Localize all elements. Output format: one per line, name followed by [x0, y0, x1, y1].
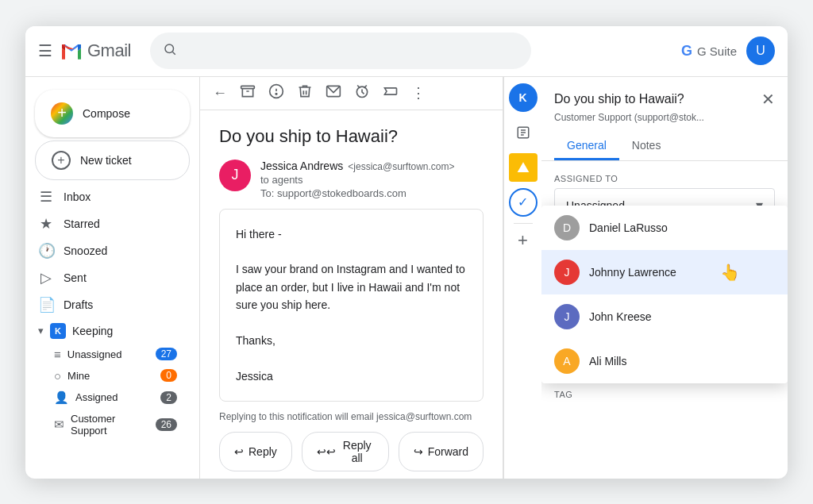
sidebar-item-inbox[interactable]: ☰ Inbox [25, 183, 187, 210]
sidebar-item-unassigned[interactable]: ≡ Unassigned 27 [25, 344, 187, 365]
compose-plus-icon: + [51, 102, 73, 125]
forward-icon: ↪ [414, 445, 423, 458]
tab-general[interactable]: General [554, 133, 619, 160]
sender-info: Jessica Andrews <jessica@surftown.com> t… [260, 160, 484, 199]
compose-label: Compose [83, 107, 130, 120]
agent-item-ali[interactable]: A Ali Mills [541, 339, 788, 383]
mini-keeping-icon[interactable]: K [509, 83, 538, 112]
search-bar[interactable] [150, 33, 531, 69]
reply-label: Reply [249, 445, 277, 458]
sidebar-item-starred[interactable]: ★ Starred [25, 210, 187, 237]
reply-notice: Replying to this notification will email… [219, 411, 484, 422]
reply-icon: ↩ [234, 445, 244, 458]
back-icon[interactable]: ← [213, 85, 227, 102]
panel-close-button[interactable]: ✕ [761, 90, 775, 109]
sidebar-item-assigned[interactable]: 👤 Assigned 2 [25, 387, 187, 409]
panel-subtitle: Customer Support (support@stok... [554, 112, 775, 123]
mini-check-icon[interactable]: ✓ [509, 188, 538, 217]
sidebar-item-snoozed[interactable]: 🕐 Snoozed [25, 237, 187, 264]
new-ticket-icon: + [52, 151, 71, 170]
drafts-label: Drafts [64, 298, 177, 311]
main-content: + Compose + New ticket ☰ Inbox ★ Starred… [25, 77, 788, 479]
agent-avatar-kreese: J [554, 304, 580, 329]
sidebar-item-mine[interactable]: ○ Mine 0 [25, 365, 187, 387]
assigned-badge: 2 [160, 391, 177, 404]
reply-all-label: Reply all [341, 439, 374, 464]
agent-avatar-ali: A [554, 348, 580, 374]
inbox-label: Inbox [64, 190, 177, 203]
svg-line-2 [172, 52, 175, 54]
keeping-section[interactable]: ▾ K Keeping [25, 318, 199, 344]
sidebar-item-drafts[interactable]: 📄 Drafts [25, 291, 187, 318]
svg-point-10 [522, 169, 523, 170]
action-buttons: ↩ Reply ↩↩ Reply all ↪ Forward [219, 432, 484, 471]
reply-all-button[interactable]: ↩↩ Reply all [302, 432, 389, 471]
star-icon: ★ [38, 215, 54, 233]
svg-point-6 [275, 93, 277, 94]
mine-badge: 0 [160, 369, 177, 382]
mark-unread-icon[interactable] [326, 83, 341, 103]
trash-icon[interactable] [297, 83, 313, 103]
starred-label: Starred [64, 217, 177, 230]
label-icon[interactable] [383, 83, 399, 103]
archive-icon[interactable] [240, 83, 256, 103]
svg-rect-3 [241, 86, 255, 88]
sender-name: Jessica Andrews [260, 160, 343, 172]
sidebar-item-sent[interactable]: ▷ Sent [25, 264, 187, 291]
panel-title: Do you ship to Hawaii? [554, 92, 684, 106]
compose-button[interactable]: + Compose [35, 90, 190, 137]
user-avatar[interactable]: U [746, 37, 775, 65]
gmail-m-icon [59, 38, 84, 63]
mini-alert-icon[interactable] [509, 153, 538, 182]
email-thanks: Thanks, [236, 332, 467, 349]
new-ticket-button[interactable]: + New ticket [35, 140, 190, 180]
assigned-icon: 👤 [54, 391, 69, 405]
assigned-label: Assigned [75, 391, 154, 403]
panel-header: Do you ship to Hawaii? ✕ Customer Suppor… [541, 77, 788, 161]
sent-label: Sent [64, 271, 177, 284]
email-content: Hi there - I saw your brand on Instagram… [219, 209, 484, 402]
mini-list-icon[interactable] [509, 118, 538, 147]
mine-label: Mine [67, 370, 154, 382]
agent-item-kreese[interactable]: J John Kreese [541, 294, 788, 339]
search-input[interactable] [183, 44, 518, 58]
keeping-icon: K [50, 323, 66, 339]
right-panel: Do you ship to Hawaii? ✕ Customer Suppor… [541, 77, 788, 479]
to-address-line: To: support@stokedboards.com [260, 187, 484, 199]
to-agents-line: to agents [260, 174, 484, 186]
forward-button[interactable]: ↪ Forward [399, 432, 484, 471]
search-icon [163, 42, 177, 60]
email-greeting: Hi there - [236, 225, 467, 243]
customer-support-badge: 26 [156, 418, 177, 431]
snoozed-icon: 🕐 [38, 242, 54, 260]
email-subject: Do you ship to Hawaii? [219, 126, 484, 147]
reply-button[interactable]: ↩ Reply [219, 432, 292, 471]
agent-dropdown-popup: D Daniel LaRusso J Johnny Lawrence 👆 J J… [541, 206, 788, 383]
keeping-chevron: ▾ [38, 325, 44, 337]
email-meta: J Jessica Andrews <jessica@surftown.com>… [219, 160, 484, 199]
email-signature: Jessica [236, 367, 467, 385]
email-body-text: I saw your brand on Instagram and I want… [236, 260, 467, 314]
menu-icon[interactable]: ☰ [38, 41, 52, 60]
gmail-label: Gmail [87, 40, 131, 61]
gsuite-label: G Suite [697, 44, 737, 58]
panel-tabs: General Notes [554, 133, 775, 160]
mini-add-icon[interactable]: + [518, 230, 528, 251]
tag-label: TAG [554, 390, 775, 399]
sidebar-item-customer-support[interactable]: ✉ Customer Support 26 [25, 409, 187, 441]
top-right-controls: G G Suite U [681, 37, 775, 65]
agent-avatar-johnny: J [554, 260, 580, 285]
keeping-label: Keeping [72, 325, 113, 337]
snooze-icon[interactable] [354, 83, 370, 103]
more-icon[interactable]: ⋮ [411, 84, 426, 102]
agent-item-johnny[interactable]: J Johnny Lawrence 👆 [541, 250, 788, 294]
report-icon[interactable] [268, 83, 284, 103]
agent-item-daniel[interactable]: D Daniel LaRusso [541, 206, 788, 250]
panel-body: ASSIGNED TO Unassigned ▾ D Daniel LaRuss… [541, 161, 788, 479]
unassigned-badge: 27 [156, 348, 177, 360]
top-bar: ☰ Gmail G [25, 26, 788, 77]
agent-avatar-daniel: D [554, 215, 580, 240]
tab-notes[interactable]: Notes [619, 133, 674, 160]
forward-label: Forward [428, 445, 468, 458]
unassigned-label: Unassigned [67, 348, 149, 360]
